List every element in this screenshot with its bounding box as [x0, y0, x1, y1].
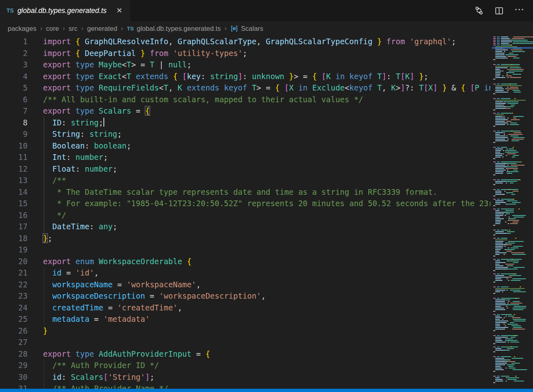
minimap[interactable]	[492, 36, 533, 389]
code-line[interactable]: 30 id: Scalars['String'];	[0, 371, 490, 383]
code-line[interactable]: 21 id = 'id',	[0, 267, 490, 279]
line-number: 5	[0, 82, 28, 94]
line-number: 27	[0, 336, 28, 348]
code-line-content: import { GraphQLResolveInfo, GraphQLScal…	[43, 36, 456, 47]
tab-global-db-types-generated[interactable]: TS global.db.types.generated.ts ✕	[0, 0, 130, 21]
code-line[interactable]: 23 workspaceDescription = 'workspaceDesc…	[0, 290, 490, 302]
breadcrumb-item-global-db-types-generated-ts[interactable]: TSglobal.db.types.generated.ts	[127, 25, 221, 32]
line-number: 23	[0, 290, 28, 302]
code-line-content: export type Exact<T extends { [key: stri…	[43, 71, 428, 82]
code-line[interactable]: 8 ID: string;	[0, 117, 490, 129]
code-line-content: * The DateTime scalar type represents da…	[43, 186, 437, 198]
split-editor-icon[interactable]	[494, 6, 504, 15]
code-line[interactable]: 11 Int: number;	[0, 151, 490, 163]
code-editor[interactable]: 1import { GraphQLResolveInfo, GraphQLSca…	[0, 36, 490, 389]
breadcrumb-separator: ›	[40, 24, 43, 32]
code-line[interactable]: 26}	[0, 325, 490, 337]
code-lines-container: 1import { GraphQLResolveInfo, GraphQLSca…	[0, 36, 490, 389]
breadcrumb-item-scalars[interactable]: Scalars	[230, 25, 263, 32]
code-line[interactable]: 29 /** Auth Provider ID */	[0, 360, 490, 371]
tab-bar-spacer	[130, 0, 470, 21]
code-line-content: Float: number;	[43, 163, 117, 175]
line-number: 16	[0, 209, 28, 221]
code-line[interactable]: 3export type Maybe<T> = T | null;	[0, 59, 490, 71]
code-line[interactable]: 9 String: string;	[0, 128, 490, 140]
breadcrumb-item-packages[interactable]: packages	[8, 25, 37, 32]
line-number: 29	[0, 360, 28, 371]
code-line-content: DateTime: any;	[43, 221, 117, 233]
text-cursor	[103, 118, 104, 127]
code-line[interactable]: 7export type Scalars = {	[0, 105, 490, 117]
code-line-content: String: string;	[43, 128, 122, 140]
indent-guide	[44, 117, 44, 233]
line-number: 8	[0, 117, 28, 129]
code-line[interactable]: 19	[0, 244, 490, 256]
breadcrumb-separator: ›	[81, 24, 84, 32]
code-line[interactable]: 4export type Exact<T extends { [key: str…	[0, 71, 490, 82]
line-number: 26	[0, 325, 28, 337]
code-line-content: export enum WorkspaceOrderable {	[43, 256, 191, 267]
code-line[interactable]: 6/** All built-in and custom scalars, ma…	[0, 94, 490, 106]
line-number: 28	[0, 348, 28, 360]
line-number: 31	[0, 383, 28, 389]
line-number: 9	[0, 128, 28, 140]
code-line[interactable]: 17 DateTime: any;	[0, 221, 490, 233]
breadcrumb-item-src[interactable]: src	[69, 25, 77, 32]
typescript-file-icon: TS	[6, 7, 14, 14]
code-line-content: export type Maybe<T> = T | null;	[43, 59, 191, 71]
line-number: 19	[0, 244, 28, 256]
breadcrumb-label: Scalars	[241, 25, 263, 32]
code-line[interactable]: 2import { DeepPartial } from 'utility-ty…	[0, 47, 490, 59]
code-line[interactable]: 27	[0, 336, 490, 348]
line-number: 20	[0, 256, 28, 267]
code-line[interactable]: 10 Boolean: boolean;	[0, 140, 490, 152]
status-bar[interactable]	[0, 389, 533, 392]
tab-close-icon[interactable]: ✕	[114, 5, 125, 16]
line-number: 18	[0, 233, 28, 244]
line-number: 2	[0, 47, 28, 59]
line-number: 17	[0, 221, 28, 233]
code-line[interactable]: 20export enum WorkspaceOrderable {	[0, 256, 490, 267]
breadcrumb-label: generated	[87, 25, 117, 32]
breadcrumb-item-generated[interactable]: generated	[87, 25, 117, 32]
code-line[interactable]: 13 /**	[0, 174, 490, 186]
code-line[interactable]: 25 metadata = 'metadata'	[0, 313, 490, 325]
symbol-type-icon	[230, 25, 238, 32]
code-line-content: Boolean: boolean;	[43, 140, 131, 152]
open-changes-icon[interactable]	[474, 6, 484, 15]
code-line[interactable]: 14 * The DateTime scalar type represents…	[0, 186, 490, 198]
breadcrumb-separator: ›	[120, 24, 124, 32]
code-line-content: /** Auth Provider ID */	[43, 360, 159, 371]
line-number: 6	[0, 94, 28, 106]
line-number: 22	[0, 279, 28, 291]
code-line[interactable]: 5export type RequireFields<T, K extends …	[0, 82, 490, 94]
code-line[interactable]: 16 */	[0, 209, 490, 221]
breadcrumb-label: core	[46, 25, 59, 32]
line-number: 24	[0, 302, 28, 314]
breadcrumb-item-core[interactable]: core	[46, 25, 59, 32]
code-line[interactable]: 12 Float: number;	[0, 163, 490, 175]
code-line-content: export type RequireFields<T, K extends k…	[43, 82, 490, 94]
code-line[interactable]: 24 createdTime = 'createdTime',	[0, 302, 490, 314]
code-line[interactable]: 28export type AddAuthProviderInput = {	[0, 348, 490, 360]
code-line[interactable]: 18};	[0, 233, 490, 244]
code-line[interactable]: 22 workspaceName = 'workspaceName',	[0, 279, 490, 291]
typescript-file-icon: TS	[127, 26, 134, 32]
line-number: 14	[0, 186, 28, 198]
line-number: 12	[0, 163, 28, 175]
more-actions-icon[interactable]: ⋯	[514, 4, 524, 17]
line-number: 4	[0, 71, 28, 82]
code-line[interactable]: 1import { GraphQLResolveInfo, GraphQLSca…	[0, 36, 490, 47]
breadcrumb-label: global.db.types.generated.ts	[137, 25, 221, 32]
indent-guide	[44, 267, 44, 325]
line-number: 21	[0, 267, 28, 279]
line-number: 7	[0, 105, 28, 117]
code-line-content: Int: number;	[43, 151, 108, 163]
code-line[interactable]: 31 /** Auth Provider Name */	[0, 383, 490, 389]
code-line[interactable]: 15 * For example: "1985-04-12T23:20:50.5…	[0, 198, 490, 209]
editor-tab-bar: TS global.db.types.generated.ts ✕ ⋯	[0, 0, 533, 21]
line-number: 30	[0, 371, 28, 383]
code-line-content: }	[43, 325, 47, 337]
breadcrumb-separator: ›	[224, 24, 227, 32]
code-line-content: export type Scalars = {	[43, 105, 150, 117]
